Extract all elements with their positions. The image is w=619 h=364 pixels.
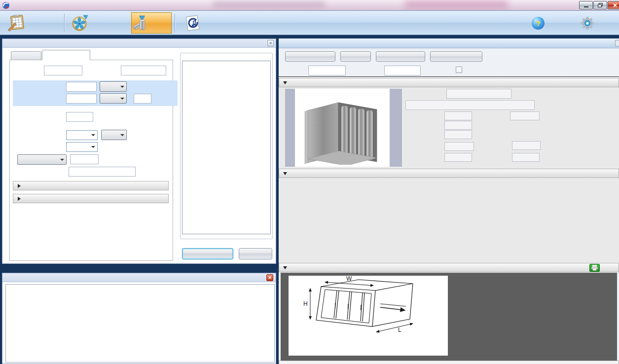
add-to-analysis-button[interactable] xyxy=(430,51,482,62)
insertion-loss-expander[interactable] xyxy=(13,181,169,190)
diameter-unit-select[interactable] xyxy=(101,130,127,140)
replace-in-button[interactable] xyxy=(285,51,335,62)
silencer-icon xyxy=(133,14,150,32)
nominal-height-value xyxy=(444,121,472,130)
nominal-length-value xyxy=(444,130,472,139)
regenerated-noise-table xyxy=(279,223,619,262)
select-fan-button[interactable] xyxy=(71,13,92,34)
restore-button[interactable] xyxy=(593,1,607,9)
expander-arrow-icon xyxy=(18,197,21,201)
chevron-down-icon xyxy=(120,98,124,100)
detail-panel-header xyxy=(279,38,619,48)
air-flow-input[interactable] xyxy=(66,82,97,92)
max-pressure-drop-input[interactable] xyxy=(66,94,97,104)
printer-icon xyxy=(591,265,598,271)
select-silencer-button[interactable] xyxy=(131,12,172,34)
dim-l-label: L xyxy=(398,327,401,333)
max-passage-vel-input[interactable] xyxy=(66,112,93,122)
air-flow-unit-select[interactable] xyxy=(100,81,127,92)
nominal-data-expander[interactable] xyxy=(279,78,619,87)
passage-velocity-value xyxy=(512,141,541,150)
panel-close-button[interactable] xyxy=(615,40,619,46)
product-description-value xyxy=(405,100,535,110)
height-select[interactable] xyxy=(66,142,98,152)
pressure-unit-select[interactable] xyxy=(100,93,127,104)
tab-advanced[interactable] xyxy=(42,50,90,60)
designation-input[interactable] xyxy=(121,66,166,75)
chevron-down-icon xyxy=(91,134,95,136)
dim-w-label: W xyxy=(346,276,352,282)
results-table-container xyxy=(5,284,275,363)
export-spec-button[interactable] xyxy=(376,51,425,62)
tolerance-input[interactable] xyxy=(134,94,151,104)
length-input[interactable] xyxy=(70,154,99,164)
reset-button[interactable] xyxy=(239,248,272,259)
expander-arrow-icon xyxy=(283,81,287,84)
diameter-width-select[interactable] xyxy=(66,130,98,140)
help-button[interactable]: ? xyxy=(532,13,557,34)
detail-designation-input[interactable] xyxy=(384,66,421,75)
print-drawing-button[interactable] xyxy=(589,264,600,272)
settings-button[interactable] xyxy=(581,13,597,34)
search-for-silencers-button[interactable] xyxy=(182,248,233,259)
mounting-type-tree xyxy=(182,61,271,234)
location-input[interactable] xyxy=(44,66,82,75)
title-bar: ✕ xyxy=(0,0,619,11)
main-toolbar: ? xyxy=(0,11,619,35)
minimize-icon xyxy=(584,6,588,7)
results-panel-header: ✕ xyxy=(2,273,276,282)
toolbar-separator xyxy=(64,14,65,32)
app-icon xyxy=(2,1,10,9)
length-mode-select[interactable] xyxy=(17,154,67,165)
silencer-line-drawing: W H L xyxy=(289,276,448,356)
chevron-down-icon xyxy=(91,146,95,148)
alternative-checkbox[interactable] xyxy=(456,67,462,73)
close-icon: ✕ xyxy=(613,2,618,9)
glass-blur-decoration xyxy=(212,1,326,7)
restore-icon xyxy=(598,3,603,7)
expander-arrow-icon xyxy=(283,172,287,175)
weight-value xyxy=(510,111,540,120)
tab-basic[interactable] xyxy=(11,51,41,60)
divider xyxy=(279,76,619,77)
silencer-detail-panel: W H L xyxy=(279,38,619,364)
gear-icon xyxy=(581,17,594,30)
chevron-down-icon xyxy=(120,134,124,136)
close-button[interactable]: ✕ xyxy=(608,1,619,9)
max-drop-value xyxy=(444,153,472,162)
by-product-code-input[interactable] xyxy=(69,167,136,177)
insertion-loss-table xyxy=(279,180,619,219)
results-close-button[interactable]: ✕ xyxy=(266,274,273,281)
product-photo xyxy=(295,89,390,167)
silencers-found-panel: ✕ xyxy=(2,273,276,364)
chevron-down-icon xyxy=(60,159,64,161)
dim-h-label: H xyxy=(303,300,308,307)
view-schedule-button[interactable] xyxy=(7,13,29,34)
schedule-icon xyxy=(7,15,26,32)
drawing-expander[interactable] xyxy=(279,263,619,272)
expander-arrow-icon xyxy=(283,266,287,269)
select-silencer-panel: ✕ xyxy=(2,38,276,264)
print-button[interactable] xyxy=(340,51,371,62)
chevron-down-icon xyxy=(120,86,124,88)
acoustic-analysis-button[interactable] xyxy=(183,13,205,34)
volume-value xyxy=(444,142,474,151)
acoustic-icon xyxy=(183,15,201,32)
catalogue-code-value xyxy=(446,89,511,99)
expander-arrow-icon xyxy=(18,184,21,188)
ancillaries-expander[interactable] xyxy=(279,361,619,364)
minimize-button[interactable] xyxy=(579,1,593,9)
select-silencer-panel-header: ✕ xyxy=(2,39,276,48)
regeneration-noise-expander[interactable] xyxy=(13,194,169,203)
drawing-canvas: W H L xyxy=(289,276,448,356)
detail-location-input[interactable] xyxy=(308,66,346,75)
help-icon: ? xyxy=(532,17,545,30)
loss-value xyxy=(512,153,540,162)
panel-close-button[interactable]: ✕ xyxy=(267,40,274,46)
width-value xyxy=(444,111,472,120)
sound-data-expander[interactable] xyxy=(279,169,619,178)
fan-icon xyxy=(71,14,89,32)
silencer-photo-image xyxy=(298,91,387,165)
toolbar-separator xyxy=(175,14,175,32)
glass-blur-decoration xyxy=(404,0,508,8)
